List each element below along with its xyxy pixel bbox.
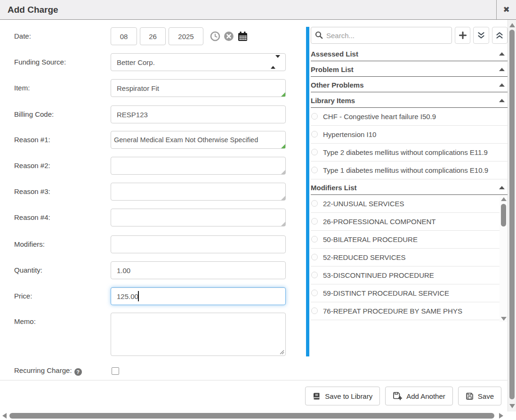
scroll-up-arrow[interactable] <box>501 197 507 201</box>
expand-all-button[interactable] <box>473 27 489 44</box>
modifier-item[interactable]: 76-REPEAT PROCEDURE BY SAME PHYS <box>311 302 508 320</box>
memo-label: Memo: <box>14 317 36 325</box>
memo-textarea[interactable] <box>111 313 286 356</box>
scroll-left-arrow[interactable] <box>2 413 7 419</box>
radio-bullet-icon <box>311 307 318 314</box>
dialog-title: Add Charge <box>8 0 58 19</box>
billing-code-input[interactable] <box>111 105 286 123</box>
modifiers-input[interactable] <box>111 235 286 253</box>
scroll-right-arrow[interactable] <box>499 413 503 419</box>
help-icon[interactable]: ? <box>74 368 82 376</box>
quantity-label: Quantity: <box>14 261 42 279</box>
reason1-label: Reason #1: <box>14 131 50 149</box>
scroll-thumb[interactable] <box>509 30 515 399</box>
save-to-library-button[interactable]: Save to Library <box>305 387 380 405</box>
select-updown-icon <box>271 58 280 66</box>
radio-bullet-icon <box>311 167 318 173</box>
resize-corner-icon <box>281 170 285 174</box>
autocomplete-corner-icon <box>281 144 285 148</box>
scroll-thumb[interactable] <box>9 413 494 419</box>
modifiers-scroll-area: 22-UNUSUAL SERVICES 26-PROFESSIONAL COMP… <box>311 195 508 323</box>
resize-grip-icon[interactable] <box>280 348 284 356</box>
text-cursor <box>138 291 139 301</box>
reason4-label: Reason #4: <box>14 209 50 226</box>
radio-bullet-icon <box>311 290 318 296</box>
item-label: Item: <box>14 79 30 97</box>
recurring-charge-label: Recurring Charge:? <box>14 366 82 376</box>
close-button[interactable]: ✖ <box>496 0 516 19</box>
collapse-caret-icon <box>499 99 505 102</box>
panel-accent-bar <box>306 27 309 356</box>
inner-scrollbar[interactable] <box>500 196 508 322</box>
reason2-input[interactable] <box>111 157 286 175</box>
reason3-input[interactable] <box>111 183 286 201</box>
library-item[interactable]: Type 1 diabetes mellitus without complic… <box>311 162 508 179</box>
section-library-items[interactable]: Library Items <box>311 92 508 108</box>
library-item[interactable]: CHF - Congestive heart failure I50.9 <box>311 108 508 126</box>
section-other-problems[interactable]: Other Problems <box>311 77 508 92</box>
reason1-input[interactable] <box>111 131 286 149</box>
resize-corner-icon <box>281 196 285 200</box>
add-another-button[interactable]: Add Another <box>385 387 453 405</box>
double-chevron-up-icon <box>495 32 504 40</box>
modifier-item[interactable]: 52-REDUCED SERVICES <box>311 249 508 267</box>
clear-date-icon[interactable] <box>224 31 234 41</box>
code-picker-panel: Assessed List Problem List Other Problem… <box>311 27 508 323</box>
collapse-caret-icon <box>499 83 505 87</box>
scroll-up-arrow[interactable] <box>509 23 515 27</box>
section-assessed-list[interactable]: Assessed List <box>311 46 508 61</box>
book-icon <box>313 392 321 400</box>
modifier-item[interactable]: 26-PROFESSIONAL COMPONENT <box>311 213 508 231</box>
search-input[interactable] <box>311 27 452 44</box>
funding-source-label: Funding Source: <box>14 53 66 71</box>
funding-source-value: Better Corp. <box>117 58 155 66</box>
quantity-input[interactable] <box>111 261 286 279</box>
library-item[interactable]: Hypertension I10 <box>311 126 508 144</box>
radio-bullet-icon <box>311 254 318 260</box>
billing-code-label: Billing Code: <box>14 105 54 123</box>
add-charge-dialog: Add Charge ✖ Date: <box>0 0 516 420</box>
radio-bullet-icon <box>311 272 318 278</box>
add-code-button[interactable] <box>455 27 470 44</box>
reason4-input[interactable] <box>111 209 286 226</box>
date-month-input[interactable] <box>111 27 137 45</box>
recurring-charge-checkbox[interactable] <box>112 367 119 375</box>
reason2-label: Reason #2: <box>14 157 50 175</box>
modifiers-label: Modifiers: <box>14 235 45 253</box>
radio-bullet-icon <box>311 149 318 155</box>
date-year-input[interactable] <box>169 27 203 45</box>
modifier-item[interactable]: 59-DISTINCT PROCEDURAL SERVICE <box>311 284 508 302</box>
date-label: Date: <box>14 27 31 45</box>
save-plus-icon <box>393 392 402 400</box>
scroll-down-arrow[interactable] <box>501 317 507 321</box>
clock-icon[interactable] <box>210 31 220 41</box>
resize-corner-icon <box>281 222 285 226</box>
close-icon: ✖ <box>503 5 509 15</box>
vertical-scrollbar[interactable] <box>508 20 516 412</box>
radio-bullet-icon <box>311 236 318 242</box>
price-label: Price: <box>14 287 32 305</box>
footer-divider <box>0 380 508 380</box>
calendar-icon[interactable] <box>237 31 248 42</box>
library-item[interactable]: Type 2 diabetes mellitus without complic… <box>311 144 508 162</box>
item-input[interactable] <box>111 79 286 97</box>
scroll-down-arrow[interactable] <box>509 404 515 408</box>
price-input[interactable] <box>111 287 286 305</box>
autocomplete-corner-icon <box>281 92 285 97</box>
save-button[interactable]: Save <box>458 387 501 405</box>
section-problem-list[interactable]: Problem List <box>311 61 508 77</box>
funding-source-select[interactable]: Better Corp. <box>111 53 286 71</box>
reason3-label: Reason #3: <box>14 183 50 201</box>
collapse-all-button[interactable] <box>492 27 508 44</box>
date-day-input[interactable] <box>140 27 166 45</box>
section-modifiers-list[interactable]: Modifiers List <box>311 179 508 195</box>
search-icon <box>315 31 323 41</box>
modifier-item[interactable]: 50-BILATERAL PROCEDURE <box>311 231 508 249</box>
horizontal-scrollbar[interactable] <box>0 412 508 420</box>
radio-bullet-icon <box>311 131 318 137</box>
double-chevron-down-icon <box>477 32 485 40</box>
modifier-item[interactable]: 53-DISCONTINUED PROCEDURE <box>311 267 508 284</box>
modifier-item[interactable]: 22-UNUSUAL SERVICES <box>311 195 508 213</box>
scroll-thumb[interactable] <box>501 204 506 226</box>
dialog-titlebar: Add Charge ✖ <box>0 0 516 20</box>
